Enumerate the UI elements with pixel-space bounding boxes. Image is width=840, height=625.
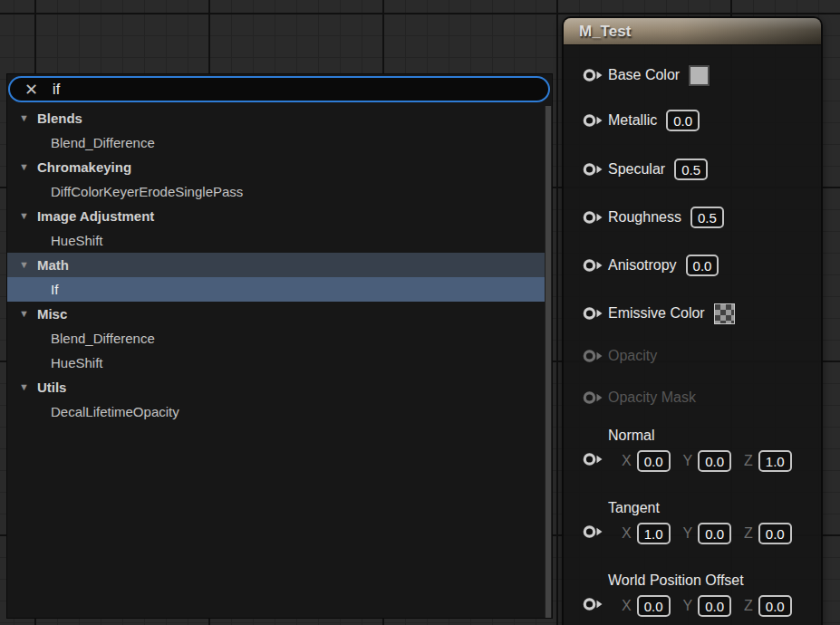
pin-label: Opacity (608, 348, 657, 364)
pin-label: Base Color (608, 67, 680, 83)
pin-default-value[interactable]: 0.0 (666, 110, 700, 131)
pin-label: World Position Offset (608, 572, 792, 592)
axis-z-label: Z (744, 525, 753, 542)
collapse-arrow-icon[interactable]: ▼ (19, 211, 29, 221)
input-pin-icon[interactable] (582, 162, 603, 177)
list-item[interactable]: HueShift (7, 351, 545, 375)
pin-row-roughness[interactable]: Roughness 0.5 (564, 204, 724, 231)
pin-row-opacity-mask: Opacity Mask (564, 384, 700, 411)
item-label: DecalLifetimeOpacity (51, 404, 179, 419)
node-title: M_Test (579, 23, 631, 41)
vector-x-value[interactable]: 1.0 (637, 523, 671, 544)
vector-y-value[interactable]: 0.0 (698, 450, 731, 472)
panel-scrollbar[interactable] (545, 106, 552, 618)
clear-search-icon[interactable]: ✕ (24, 82, 38, 98)
input-pin-icon[interactable] (582, 306, 603, 321)
axis-x-label: X (622, 598, 632, 614)
vector-y-value[interactable]: 0.0 (698, 523, 731, 544)
item-label: If (51, 282, 58, 297)
vector-y-value[interactable]: 0.0 (698, 595, 731, 617)
item-label: DiffColorKeyerErodeSinglePass (51, 184, 243, 199)
list-item[interactable]: Blend_Difference (7, 130, 545, 155)
pin-row-specular[interactable]: Specular 0.5 (564, 156, 708, 183)
vector-z-value[interactable]: 1.0 (758, 450, 792, 472)
pin-row-emissive-color[interactable]: Emissive Color (564, 300, 735, 327)
axis-z-label: Z (744, 453, 753, 469)
input-pin-icon[interactable] (582, 452, 603, 466)
pin-row-tangent[interactable]: Tangent X 1.0 Y 0.0 Z 0.0 (564, 500, 792, 547)
search-results-list: ▼ Blends Blend_Difference ▼ Chromakeying… (7, 106, 545, 618)
input-pin-icon[interactable] (582, 524, 603, 539)
input-pin-icon[interactable] (582, 113, 603, 128)
pin-default-value[interactable]: 0.0 (686, 255, 719, 276)
input-pin-icon[interactable] (582, 258, 603, 273)
item-label: HueShift (51, 355, 103, 370)
category-row-image-adjustment[interactable]: ▼ Image Adjustment (7, 204, 545, 228)
search-box[interactable]: ✕ (8, 76, 550, 102)
input-pin-icon[interactable] (582, 68, 603, 82)
pin-label: Opacity Mask (608, 389, 696, 406)
pin-row-metallic[interactable]: Metallic 0.0 (564, 107, 700, 134)
pin-row-anisotropy[interactable]: Anisotropy 0.0 (564, 252, 719, 279)
pin-label: Metallic (608, 112, 657, 129)
item-label: HueShift (51, 233, 103, 248)
vector-x-value[interactable]: 0.0 (637, 450, 671, 472)
category-label: Chromakeying (37, 159, 131, 175)
color-swatch[interactable] (689, 65, 710, 86)
input-pin-icon-disabled (582, 349, 603, 363)
material-graph-canvas[interactable]: { "icons": { "clear": "✕", "collapse_arr… (0, 0, 840, 625)
list-item[interactable]: DecalLifetimeOpacity (7, 399, 545, 424)
node-header[interactable]: M_Test (564, 18, 821, 45)
pin-label: Normal (608, 428, 792, 447)
pin-row-opacity: Opacity (564, 342, 661, 370)
category-label: Image Adjustment (37, 208, 154, 224)
category-row-misc[interactable]: ▼ Misc (7, 302, 545, 326)
collapse-arrow-icon[interactable]: ▼ (19, 113, 29, 123)
pin-row-normal[interactable]: Normal X 0.0 Y 0.0 Z 1.0 (564, 428, 792, 475)
pin-row-base-color[interactable]: Base Color (564, 62, 710, 89)
item-label: Blend_Difference (51, 331, 155, 346)
axis-y-label: Y (683, 598, 693, 614)
category-row-math[interactable]: ▼ Math (7, 253, 545, 277)
search-input[interactable] (53, 82, 537, 98)
vector-x-value[interactable]: 0.0 (637, 595, 671, 617)
checker-color-swatch[interactable] (714, 303, 735, 324)
pin-label: Specular (608, 161, 665, 178)
pin-row-world-position-offset[interactable]: World Position Offset X 0.0 Y 0.0 Z 0.0 (564, 572, 792, 620)
axis-z-label: Z (744, 598, 753, 614)
list-item-selected-if[interactable]: If (7, 277, 545, 302)
vector-z-value[interactable]: 0.0 (758, 523, 792, 544)
item-label: Blend_Difference (51, 135, 155, 150)
pin-label: Tangent (608, 500, 792, 520)
vector-z-value[interactable]: 0.0 (758, 595, 792, 617)
axis-y-label: Y (683, 525, 693, 542)
list-item[interactable]: DiffColorKeyerErodeSinglePass (7, 179, 545, 204)
category-label: Misc (37, 306, 67, 322)
category-label: Blends (37, 111, 82, 126)
input-pin-icon[interactable] (582, 210, 603, 225)
axis-x-label: X (622, 453, 632, 469)
axis-y-label: Y (683, 453, 693, 469)
list-item[interactable]: HueShift (7, 228, 545, 253)
pin-label: Anisotropy (608, 257, 677, 274)
pin-default-value[interactable]: 0.5 (690, 207, 724, 228)
axis-x-label: X (622, 525, 632, 542)
collapse-arrow-icon[interactable]: ▼ (19, 260, 29, 270)
input-pin-icon[interactable] (582, 597, 603, 611)
list-item[interactable]: Blend_Difference (7, 326, 545, 351)
category-row-chromakeying[interactable]: ▼ Chromakeying (7, 155, 545, 179)
material-result-node[interactable]: M_Test Base Color Metallic 0.0 Specular … (562, 16, 823, 625)
collapse-arrow-icon[interactable]: ▼ (19, 309, 29, 319)
pin-default-value[interactable]: 0.5 (674, 159, 708, 180)
pin-label: Emissive Color (608, 305, 705, 322)
collapse-arrow-icon[interactable]: ▼ (19, 162, 29, 172)
node-palette-panel: ✕ ▼ Blends Blend_Difference ▼ Chromakeyi… (7, 74, 552, 618)
scrollbar-thumb[interactable] (546, 106, 551, 618)
category-label: Utils (37, 380, 67, 395)
pin-label: Roughness (608, 209, 681, 226)
category-row-blends[interactable]: ▼ Blends (7, 106, 545, 130)
input-pin-icon-disabled (582, 390, 603, 405)
category-row-utils[interactable]: ▼ Utils (7, 375, 545, 399)
category-label: Math (37, 257, 69, 273)
collapse-arrow-icon[interactable]: ▼ (19, 382, 29, 392)
